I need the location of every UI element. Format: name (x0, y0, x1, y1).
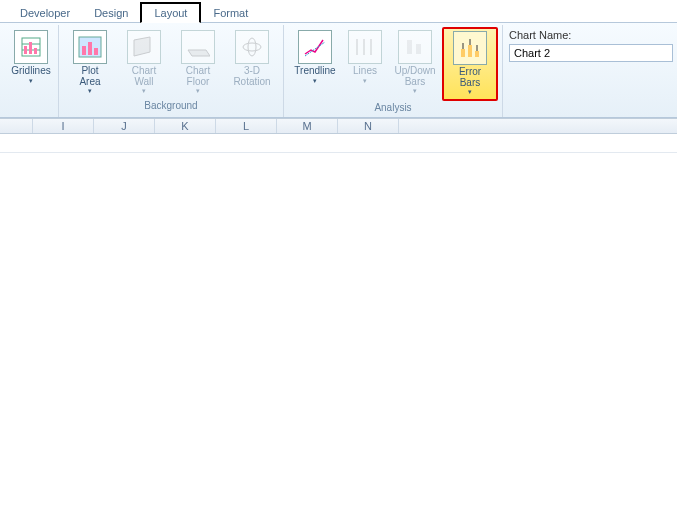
gridlines-icon (14, 30, 48, 64)
tab-format[interactable]: Format (201, 4, 260, 22)
col-header[interactable]: I (33, 119, 94, 133)
ribbon-tabs: Developer Design Layout Format (0, 0, 677, 23)
updown-bars-button: Up/Down Bars▾ (388, 27, 442, 99)
plot-area-button[interactable]: Plot Area▾ (63, 27, 117, 99)
col-header[interactable]: M (277, 119, 338, 133)
svg-rect-18 (407, 40, 412, 54)
trendline-button[interactable]: Trendline▾ (288, 27, 342, 99)
svg-rect-8 (88, 42, 92, 55)
error-bars-icon (453, 31, 487, 65)
gridlines-button[interactable]: Gridlines▾ (8, 27, 54, 99)
error-bars-button[interactable]: Error Bars▾ (442, 27, 498, 101)
tab-layout[interactable]: Layout (140, 2, 201, 23)
column-headers: I J K L M N (0, 118, 677, 134)
lines-button: Lines▾ (342, 27, 388, 99)
col-header[interactable]: L (216, 119, 277, 133)
svg-rect-22 (475, 51, 479, 57)
chart-wall-icon (127, 30, 161, 64)
chevron-down-icon: ▾ (142, 87, 146, 95)
col-header[interactable]: N (338, 119, 399, 133)
updown-icon (398, 30, 432, 64)
tab-design[interactable]: Design (82, 4, 140, 22)
ribbon: Gridlines▾ Plot Area▾ Chart Wall▾ Chart … (0, 23, 677, 118)
svg-point-12 (243, 43, 261, 51)
col-header[interactable]: K (155, 119, 216, 133)
group-background-label: Background (144, 99, 197, 113)
chevron-down-icon: ▾ (29, 77, 33, 85)
chart-name-label: Chart Name: (509, 29, 673, 41)
chevron-down-icon: ▾ (413, 87, 417, 95)
svg-rect-20 (461, 49, 465, 57)
group-analysis-label: Analysis (374, 101, 411, 115)
plot-area-icon (73, 30, 107, 64)
worksheet: I J K L M N Sucrose Conc Std Dev 0510152… (0, 118, 677, 153)
chart-wall-button: Chart Wall▾ (117, 27, 171, 99)
lines-icon (348, 30, 382, 64)
svg-rect-4 (29, 42, 32, 54)
chart-floor-button: Chart Floor▾ (171, 27, 225, 99)
chart-floor-icon (181, 30, 215, 64)
svg-marker-10 (134, 37, 150, 56)
chevron-down-icon: ▾ (468, 88, 472, 96)
trendline-icon (298, 30, 332, 64)
3d-rotation-button: 3-D Rotation (225, 27, 279, 99)
svg-rect-19 (416, 44, 421, 54)
chevron-down-icon: ▾ (88, 87, 92, 95)
chart-name-input[interactable] (509, 44, 673, 62)
svg-rect-5 (34, 48, 37, 54)
3d-rotation-icon (235, 30, 269, 64)
svg-line-14 (305, 42, 325, 56)
col-header[interactable]: J (94, 119, 155, 133)
chevron-down-icon: ▾ (313, 77, 317, 85)
svg-marker-11 (188, 50, 210, 56)
svg-point-13 (248, 38, 256, 56)
svg-rect-9 (94, 48, 98, 55)
svg-rect-21 (468, 45, 472, 57)
chevron-down-icon: ▾ (196, 87, 200, 95)
svg-rect-3 (24, 46, 27, 54)
tab-developer[interactable]: Developer (8, 4, 82, 22)
chart-name-group: Chart Name: (503, 25, 677, 117)
svg-rect-7 (82, 46, 86, 55)
chevron-down-icon: ▾ (363, 77, 367, 85)
